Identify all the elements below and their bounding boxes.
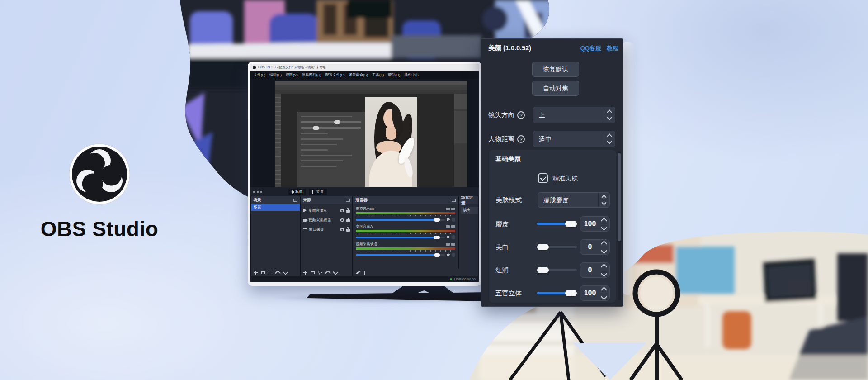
source-list-item[interactable]: 视频采集设备 xyxy=(301,217,352,223)
sources-dock-title: 来源 xyxy=(303,197,311,203)
speaker-icon[interactable] xyxy=(447,236,448,238)
help-icon[interactable]: ? xyxy=(517,135,525,143)
visibility-eye-icon[interactable] xyxy=(340,209,344,212)
channel-option-icon[interactable] xyxy=(446,225,450,228)
preview-mode-portrait-button[interactable]: 竖屏 xyxy=(309,189,327,195)
stepper-up-icon[interactable] xyxy=(601,217,607,223)
slider-track[interactable] xyxy=(537,223,577,225)
add-scene-icon[interactable] xyxy=(254,271,258,275)
channel-settings-icon[interactable] xyxy=(452,235,455,239)
volume-slider[interactable] xyxy=(356,254,445,256)
channel-option-icon[interactable] xyxy=(446,243,450,246)
slider-value-box[interactable]: 0 xyxy=(580,262,610,278)
duplicate-scene-icon[interactable] xyxy=(269,271,272,274)
slider-handle[interactable] xyxy=(565,290,577,296)
restore-defaults-button[interactable]: 恢复默认 xyxy=(532,62,579,77)
move-down-icon[interactable] xyxy=(333,269,339,275)
slider-track[interactable] xyxy=(537,246,577,248)
source-properties-icon[interactable] xyxy=(318,271,322,275)
skin-mode-select[interactable]: 朦胧磨皮 xyxy=(538,192,610,208)
tutorial-link[interactable]: 教程 xyxy=(607,44,618,52)
slider-handle[interactable] xyxy=(565,221,577,227)
menu-view[interactable]: 视图(V) xyxy=(286,72,298,77)
move-up-icon[interactable] xyxy=(325,270,331,276)
stepper-down-icon[interactable] xyxy=(601,247,607,253)
photoshop-canvas xyxy=(281,94,454,187)
lock-icon[interactable] xyxy=(346,210,350,213)
move-up-icon[interactable] xyxy=(275,270,281,276)
source-list-item[interactable]: 桌面音量A xyxy=(301,208,352,214)
stepper-up-icon[interactable] xyxy=(601,240,607,247)
select-spinner[interactable] xyxy=(604,131,615,147)
menu-scene-collection[interactable]: 场景集合(S) xyxy=(349,72,368,77)
smoothing-slider-row: 磨皮 100 xyxy=(489,216,616,232)
select-spinner[interactable] xyxy=(604,107,615,123)
volume-slider[interactable] xyxy=(356,237,445,238)
menu-help[interactable]: 帮助(H) xyxy=(388,72,400,77)
menu-edit[interactable]: 编辑(E) xyxy=(269,72,282,77)
remove-source-icon[interactable] xyxy=(311,271,315,274)
autofocus-button[interactable]: 自动对焦 xyxy=(532,81,579,96)
person-distance-select[interactable]: 适中 xyxy=(533,131,615,147)
move-down-icon[interactable] xyxy=(283,269,288,275)
slider-track[interactable] xyxy=(537,292,577,294)
stepper-down-icon[interactable] xyxy=(601,270,607,276)
volume-slider-handle[interactable] xyxy=(434,253,440,257)
qq-support-link[interactable]: QQ客服 xyxy=(580,44,601,52)
slider-handle[interactable] xyxy=(537,244,549,250)
precise-skin-checkbox[interactable] xyxy=(538,173,548,183)
stepper-down-icon[interactable] xyxy=(601,293,607,299)
obs-window: OBS 29.1.3 - 配置文件: 未命名 - 场景: 未命名 文件(F) 编… xyxy=(250,64,479,282)
lock-icon[interactable] xyxy=(346,229,350,232)
add-source-icon[interactable] xyxy=(303,271,307,275)
volume-slider-handle[interactable] xyxy=(434,236,440,239)
slider-handle[interactable] xyxy=(537,267,549,273)
source-list-item[interactable]: 窗口采集 xyxy=(301,227,352,233)
dock-collapse-icon[interactable] xyxy=(293,199,297,202)
channel-settings-icon[interactable] xyxy=(452,218,455,222)
menu-profile[interactable]: 配置文件(P) xyxy=(326,72,345,77)
audio-level-meter xyxy=(356,230,455,232)
volume-slider[interactable] xyxy=(356,219,445,221)
preview-mode-standard-button[interactable]: 标准 xyxy=(288,189,306,195)
slider-value-box[interactable]: 100 xyxy=(580,216,610,232)
scene-list-item[interactable]: 场景 xyxy=(251,204,300,211)
audio-level-meter xyxy=(356,247,455,250)
volume-slider-handle[interactable] xyxy=(434,218,440,222)
channel-option-icon[interactable] xyxy=(451,225,455,228)
menu-file[interactable]: 文件(F) xyxy=(254,72,265,77)
remove-scene-icon[interactable] xyxy=(261,271,265,274)
stepper-up-icon[interactable] xyxy=(601,286,607,293)
channel-option-icon[interactable] xyxy=(451,208,455,210)
channel-option-icon[interactable] xyxy=(451,243,455,246)
dock-toolbars xyxy=(250,269,479,276)
obs-menubar: 文件(F) 编辑(E) 视图(V) 停靠部件(D) 配置文件(P) 场景集合(S… xyxy=(250,71,479,79)
mixer-advanced-icon[interactable] xyxy=(364,271,365,275)
scrollbar-thumb[interactable] xyxy=(618,153,621,241)
menu-tools[interactable]: 工具(T) xyxy=(372,72,384,77)
photoshop-titlebar xyxy=(275,81,467,86)
speaker-icon[interactable] xyxy=(447,218,448,221)
select-spinner[interactable] xyxy=(598,193,609,207)
slider-value-box[interactable]: 100 xyxy=(580,285,610,301)
visibility-eye-icon[interactable] xyxy=(340,228,344,231)
dock-collapse-icon[interactable] xyxy=(452,199,456,202)
lens-direction-select[interactable]: 上 xyxy=(533,107,615,123)
channel-settings-icon[interactable] xyxy=(452,253,455,257)
help-icon[interactable]: ? xyxy=(517,111,525,119)
channel-option-icon[interactable] xyxy=(446,208,450,210)
stepper-down-icon[interactable] xyxy=(601,224,607,230)
stepper-up-icon[interactable] xyxy=(601,263,607,270)
mixer-filters-icon[interactable] xyxy=(356,271,360,274)
menu-plugin-center[interactable]: 插件中心 xyxy=(404,72,419,77)
menu-docks[interactable]: 停靠部件(D) xyxy=(302,72,321,77)
lock-icon[interactable] xyxy=(346,219,350,222)
slider-value-box[interactable]: 0 xyxy=(580,239,610,255)
visibility-eye-icon[interactable] xyxy=(340,218,344,222)
speaker-icon[interactable] xyxy=(447,254,448,256)
dock-collapse-icon[interactable] xyxy=(346,199,350,202)
panel-scrollbar[interactable] xyxy=(618,151,621,300)
transition-select[interactable]: 淡出 xyxy=(461,207,478,214)
slider-track[interactable] xyxy=(537,269,577,271)
obs-window-title: OBS 29.1.3 - 配置文件: 未命名 - 场景: 未命名 xyxy=(258,65,326,70)
